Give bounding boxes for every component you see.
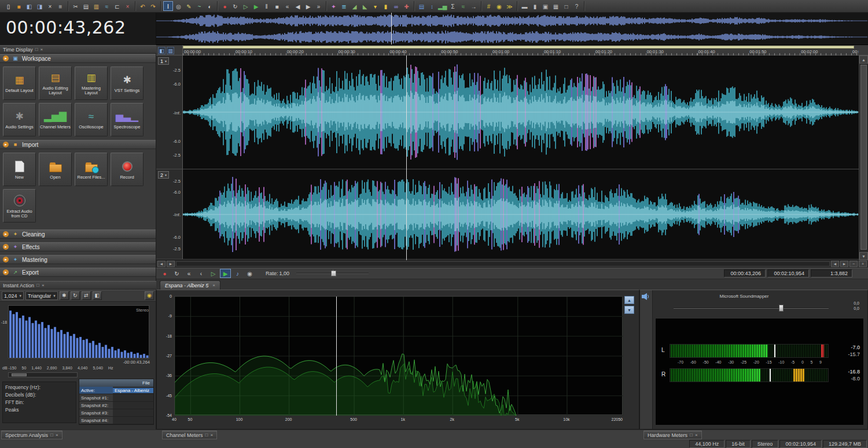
overview-playhead[interactable] bbox=[391, 13, 392, 45]
grid-toggle-icon[interactable]: ◧ bbox=[93, 291, 102, 300]
save-as-icon[interactable]: ◨ bbox=[35, 1, 45, 11]
import-button-new[interactable]: New bbox=[3, 153, 36, 186]
envelope-tool-icon[interactable]: ~ bbox=[194, 1, 204, 11]
channel-badge[interactable]: 2 ▾ bbox=[158, 171, 169, 179]
section-effects[interactable]: ▸✦Effects bbox=[0, 242, 156, 251]
import-section-header[interactable]: ▸ ■ Import bbox=[0, 140, 156, 149]
lock-event-icon[interactable]: ◉ bbox=[494, 1, 504, 11]
edit-tool-icon[interactable]: I bbox=[163, 1, 173, 11]
time-display-panel-tab[interactable]: Time Display □ × bbox=[0, 45, 156, 54]
slider-handle[interactable] bbox=[331, 271, 336, 276]
stop-icon[interactable]: ■ bbox=[272, 1, 282, 11]
play-icon[interactable]: ▶ bbox=[220, 269, 231, 278]
workspace-button-oscilloscope[interactable]: ≈Oscilloscope bbox=[75, 103, 108, 136]
cascade-windows-icon[interactable]: ▣ bbox=[540, 1, 550, 11]
waveform-channel-1[interactable]: -2.5-6.0-Inf.-6.0-2.5 1 ▾ bbox=[156, 55, 859, 169]
rewind-icon[interactable]: ◀ bbox=[293, 1, 303, 11]
import-button-extract-audio-from-cd[interactable]: Extract Audio from CD bbox=[3, 189, 36, 223]
oscilloscope-icon[interactable]: ≈ bbox=[458, 1, 468, 11]
scroll-right-icon[interactable]: ► bbox=[167, 261, 175, 267]
pencil-tool-icon[interactable]: ✎ bbox=[184, 1, 194, 11]
graphic-eq-icon[interactable]: ≣ bbox=[339, 1, 349, 11]
workspace-button-mastering-layout[interactable]: ▥Mastering Layout bbox=[75, 66, 108, 100]
import-button-recent-files[interactable]: Recent Files... bbox=[75, 153, 108, 186]
snapshot-row[interactable]: Snapshot #3: bbox=[79, 409, 153, 417]
channel-badge[interactable]: 1 ▾ bbox=[158, 57, 169, 65]
play-all-icon[interactable]: ▷ bbox=[241, 1, 251, 11]
document-tab[interactable]: Espana - Albeniz 5 × bbox=[160, 280, 220, 290]
float-panel-icon[interactable]: □ bbox=[35, 47, 38, 52]
waveform-view[interactable]: -2.5-6.0-Inf.-6.0-2.5 1 ▾ -2.5-6.0-Inf.-… bbox=[156, 55, 868, 260]
fade-out-icon[interactable]: ◣ bbox=[360, 1, 370, 11]
insert-region-icon[interactable]: ▮ bbox=[381, 1, 391, 11]
undo-icon[interactable]: ↶ bbox=[138, 1, 148, 11]
go-to-start-icon[interactable]: « bbox=[183, 269, 194, 278]
delete-icon[interactable]: × bbox=[123, 1, 133, 11]
scroll-down-icon[interactable]: ▼ bbox=[859, 252, 868, 260]
auto-snap-icon[interactable]: # bbox=[484, 1, 494, 11]
hardware-meters-panel-tab[interactable]: Hardware Meters □ × bbox=[643, 431, 702, 439]
save-icon[interactable]: ◧ bbox=[24, 1, 34, 11]
record-icon[interactable]: ● bbox=[159, 269, 170, 278]
new-file-icon[interactable]: ▯ bbox=[3, 1, 13, 11]
refresh-icon[interactable]: ↻ bbox=[71, 291, 80, 300]
resample-icon[interactable]: ↕ bbox=[427, 1, 437, 11]
import-button-record[interactable]: Record bbox=[111, 153, 144, 186]
paste-icon[interactable]: ▥ bbox=[91, 1, 101, 11]
mix-icon[interactable]: ≈ bbox=[102, 1, 112, 11]
output-gain-slider[interactable] bbox=[674, 304, 829, 312]
statistics-icon[interactable]: Σ bbox=[448, 1, 458, 11]
spectrum-scrollbar[interactable] bbox=[8, 372, 78, 377]
snap-settings-icon[interactable]: ▥ bbox=[167, 47, 174, 54]
channel-converter-icon[interactable]: ▤ bbox=[417, 1, 426, 11]
section-cleaning[interactable]: ▸✦Cleaning bbox=[0, 229, 156, 239]
spectrum-analysis-panel-tab[interactable]: Spectrum Analysis □ × bbox=[1, 431, 62, 439]
collapse-arrow-icon[interactable]: ▸ bbox=[3, 55, 9, 61]
loop-region-bar[interactable] bbox=[183, 46, 854, 49]
scrollbar-track[interactable] bbox=[176, 261, 830, 266]
collapse-arrow-icon[interactable]: ▸ bbox=[3, 244, 9, 250]
playhead-cursor[interactable] bbox=[406, 55, 407, 260]
import-button-open[interactable]: Open bbox=[39, 153, 72, 186]
tile-vertical-icon[interactable]: ▮ bbox=[530, 1, 540, 11]
float-panel-icon[interactable]: □ bbox=[690, 432, 693, 438]
redo-icon[interactable]: ↷ bbox=[148, 1, 158, 11]
window-type-select[interactable]: Triangular ▾ bbox=[25, 291, 58, 300]
spectrum-analysis-icon[interactable]: ▂▅ bbox=[437, 1, 447, 11]
loop-playback-icon[interactable]: ↻ bbox=[171, 269, 182, 278]
time-ruler[interactable]: ◧ ▥ 00:00:0000:00:1000:00:2000:00:3000:0… bbox=[156, 45, 868, 55]
overview-waveform[interactable] bbox=[156, 13, 868, 45]
fft-size-select[interactable]: 1,024 ▾ bbox=[2, 291, 24, 300]
record-icon[interactable]: ● bbox=[220, 1, 230, 11]
zoom-selection-tool-icon[interactable]: ◐ bbox=[205, 1, 215, 11]
section-mastering[interactable]: ▸✦Mastering bbox=[0, 255, 156, 264]
zoom-out-icon[interactable]: − bbox=[849, 261, 858, 267]
collapse-arrow-icon[interactable]: ▸ bbox=[3, 269, 9, 275]
go-to-start-icon[interactable]: « bbox=[282, 1, 292, 11]
copy-icon[interactable]: ▤ bbox=[81, 1, 91, 11]
trim-icon[interactable]: ⊏ bbox=[112, 1, 122, 11]
snapshot-row[interactable]: Snapshot #4: bbox=[79, 417, 153, 424]
go-to-icon[interactable]: → bbox=[469, 1, 479, 11]
workspace-button-audio-settings[interactable]: ✱Audio Settings bbox=[3, 103, 36, 136]
workspace-layout-icon[interactable]: ▦ bbox=[551, 1, 561, 11]
workspace-button-vst-settings[interactable]: ✱VST Settings bbox=[111, 66, 144, 100]
snapshot-row[interactable]: Active:Espana - Albeniz bbox=[79, 387, 153, 394]
close-panel-icon[interactable]: × bbox=[56, 432, 58, 438]
time-ruler-scale[interactable]: 00:00:0000:00:1000:00:2000:00:3000:00:40… bbox=[183, 45, 859, 55]
loop-playback-icon[interactable]: ↻ bbox=[230, 1, 240, 11]
close-panel-icon[interactable]: × bbox=[41, 47, 43, 52]
fade-in-icon[interactable]: ◢ bbox=[350, 1, 359, 11]
scroll-right-icon[interactable]: ► bbox=[840, 261, 848, 267]
slider-handle[interactable] bbox=[779, 305, 784, 312]
open-icon[interactable]: ■ bbox=[14, 1, 24, 11]
cut-icon[interactable]: ✂ bbox=[71, 1, 80, 11]
rate-slider[interactable] bbox=[296, 269, 369, 277]
snapshot-row[interactable]: Snapshot #1: bbox=[79, 394, 153, 402]
lock-icon[interactable]: ◉ bbox=[145, 291, 154, 300]
scroll-left-icon[interactable]: ◄ bbox=[157, 261, 165, 267]
collapse-arrow-icon[interactable]: ▸ bbox=[3, 231, 9, 237]
vertical-scrollbar[interactable]: ▲ ▼ bbox=[859, 55, 868, 260]
plugin-chain-icon[interactable]: ✚ bbox=[402, 1, 411, 11]
workspace-section-header[interactable]: ▸ ▣ Workspace bbox=[0, 54, 156, 63]
